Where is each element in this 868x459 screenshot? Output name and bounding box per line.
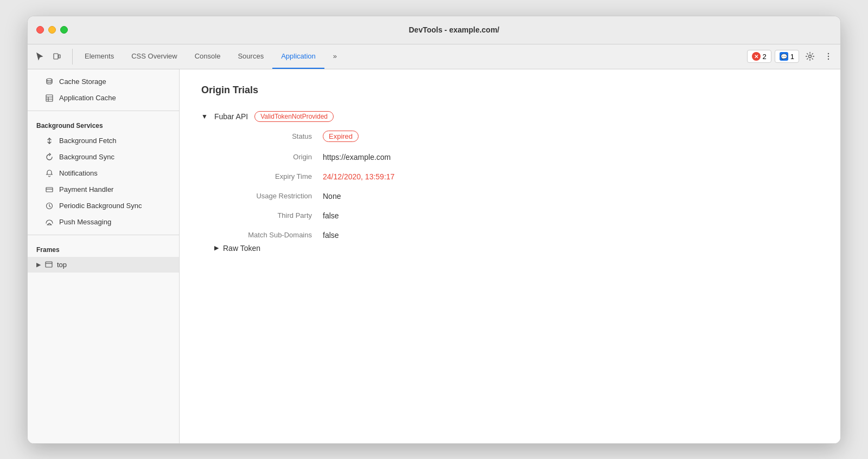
bg-sync-icon (45, 153, 54, 161)
settings-icon[interactable] (802, 49, 818, 64)
svg-rect-1 (59, 55, 60, 58)
sidebar-item-bg-fetch[interactable]: Background Fetch (28, 133, 179, 149)
info-icon: 💬 (780, 52, 788, 61)
origin-value: https://example.com (323, 153, 819, 161)
third-party-value: false (323, 211, 819, 220)
payment-label: Payment Handler (59, 185, 113, 193)
notifications-label: Notifications (59, 169, 98, 177)
tab-application[interactable]: Application (272, 44, 324, 69)
devtools-window: DevTools - example.com/ Elements CSS Ove… (27, 16, 841, 444)
periodic-sync-label: Periodic Background Sync (59, 202, 142, 210)
bg-fetch-icon (45, 137, 54, 145)
svg-point-2 (809, 55, 812, 58)
app-cache-label: Application Cache (59, 94, 116, 102)
sidebar-item-top-frame[interactable]: ▶ top (28, 257, 179, 273)
notifications-icon (45, 169, 54, 178)
tab-list: Elements CSS Overview Console Sources Ap… (76, 44, 747, 69)
tabs-bar: Elements CSS Overview Console Sources Ap… (28, 44, 840, 69)
svg-point-4 (828, 56, 829, 57)
third-party-label: Third Party (214, 211, 323, 219)
frame-top-label: top (57, 261, 67, 269)
tabs-divider (72, 49, 73, 64)
status-value: Expired (323, 131, 819, 142)
api-collapse-icon[interactable]: ▼ (201, 113, 208, 120)
sidebar-item-bg-sync[interactable]: Background Sync (28, 149, 179, 165)
error-count: 2 (763, 53, 767, 61)
api-header: ▼ Fubar API ValidTokenNotProvided (201, 111, 819, 122)
error-count-button[interactable]: ✕ 2 (747, 50, 771, 63)
raw-token-label: Raw Token (223, 244, 260, 253)
svg-point-5 (828, 59, 829, 60)
payment-icon (45, 185, 54, 194)
push-icon (45, 218, 54, 227)
more-options-icon[interactable] (821, 49, 836, 64)
window-title: DevTools - example.com/ (76, 25, 832, 34)
origin-label: Origin (214, 153, 323, 161)
main-content: Cache Storage Application Cache Backgrou… (28, 69, 840, 443)
sidebar-item-payment[interactable]: Payment Handler (28, 182, 179, 198)
error-icon: ✕ (752, 52, 761, 61)
page-title: Origin Trials (201, 85, 819, 96)
title-bar: DevTools - example.com/ (28, 16, 840, 44)
api-group-fubar: ▼ Fubar API ValidTokenNotProvided Status… (201, 111, 819, 253)
sidebar-item-push[interactable]: Push Messaging (28, 214, 179, 230)
push-label: Push Messaging (59, 218, 111, 226)
device-toolbar-icon[interactable] (49, 49, 65, 64)
svg-rect-7 (46, 95, 53, 101)
status-label: Status (214, 132, 323, 140)
sidebar-item-notifications[interactable]: Notifications (28, 165, 179, 182)
traffic-lights (36, 26, 68, 34)
minimize-button[interactable] (48, 26, 56, 34)
raw-token-expand-icon[interactable]: ▶ (214, 244, 219, 251)
match-subdomains-label: Match Sub-Domains (214, 231, 323, 239)
sidebar-divider-2 (28, 235, 179, 235)
maximize-button[interactable] (60, 26, 68, 34)
background-services-section: Background Services (28, 115, 179, 133)
tab-css-overview[interactable]: CSS Overview (123, 44, 186, 69)
svg-rect-0 (54, 54, 58, 59)
frame-triangle-icon: ▶ (36, 261, 41, 268)
expiry-label: Expiry Time (214, 172, 323, 180)
usage-value: None (323, 192, 819, 201)
usage-label: Usage Restriction (214, 192, 323, 200)
expiry-value: 24/12/2020, 13:59:17 (323, 172, 819, 181)
match-subdomains-value: false (323, 231, 819, 240)
toolbar-left (32, 44, 65, 69)
api-name: Fubar API (214, 112, 248, 121)
info-count: 1 (790, 53, 794, 61)
info-count-button[interactable]: 💬 1 (775, 50, 799, 63)
content-panel: Origin Trials ▼ Fubar API ValidTokenNotP… (180, 69, 840, 443)
tab-console[interactable]: Console (186, 44, 229, 69)
sidebar: Cache Storage Application Cache Backgrou… (28, 69, 180, 443)
tab-sources[interactable]: Sources (229, 44, 272, 69)
close-button[interactable] (36, 26, 44, 34)
svg-rect-14 (46, 262, 52, 267)
cache-storage-label: Cache Storage (59, 77, 106, 86)
app-cache-icon (45, 94, 54, 102)
periodic-sync-icon (45, 202, 54, 210)
svg-point-3 (828, 53, 829, 54)
tab-more[interactable]: » (324, 44, 346, 69)
bg-sync-label: Background Sync (59, 153, 114, 161)
bg-fetch-label: Background Fetch (59, 137, 117, 145)
tab-elements[interactable]: Elements (76, 44, 123, 69)
expired-badge: Expired (323, 131, 359, 142)
frames-section: Frames (28, 240, 179, 257)
raw-token-row: ▶ Raw Token (214, 244, 819, 253)
svg-rect-11 (46, 188, 53, 192)
api-status-badge: ValidTokenNotProvided (254, 111, 334, 122)
detail-table: Status Expired Origin https://example.co… (214, 131, 819, 240)
cursor-icon[interactable] (32, 49, 47, 64)
svg-point-6 (47, 79, 52, 81)
cache-storage-icon (45, 77, 54, 86)
sidebar-item-app-cache[interactable]: Application Cache (28, 90, 179, 106)
sidebar-item-periodic-sync[interactable]: Periodic Background Sync (28, 198, 179, 214)
frame-window-icon (45, 261, 53, 268)
sidebar-item-cache-storage[interactable]: Cache Storage (28, 74, 179, 90)
sidebar-divider-1 (28, 111, 179, 111)
toolbar-right: ✕ 2 💬 1 (747, 44, 836, 69)
